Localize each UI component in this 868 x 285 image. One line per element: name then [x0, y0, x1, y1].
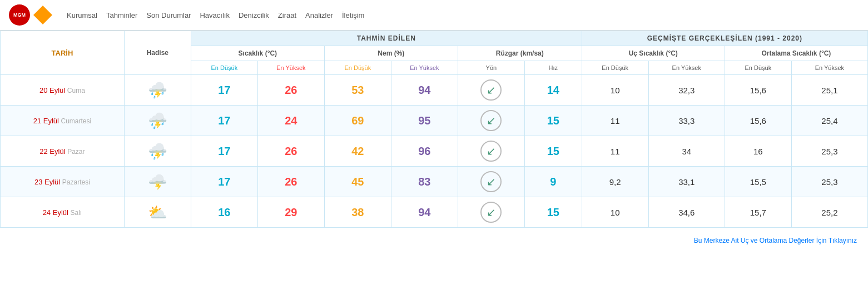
sic-high-cell: 26	[257, 136, 324, 167]
nem-low-cell: 45	[324, 167, 391, 197]
uc-low-cell: 10	[582, 75, 648, 106]
yon-cell: ↙	[458, 136, 524, 167]
nav-analizler[interactable]: Analizler	[305, 11, 333, 19]
uc-low-header: En Düşük	[582, 61, 648, 75]
nem-high-cell: 94	[391, 75, 458, 106]
sic-high-cell: 26	[257, 167, 324, 197]
ort-high-header: En Yüksek	[791, 61, 867, 75]
sic-low-cell: 17	[191, 167, 257, 197]
yon-cell: ↙	[458, 75, 524, 106]
ort-high-cell: 25,1	[791, 75, 867, 106]
uc-low-cell: 9,2	[582, 167, 648, 197]
uc-high-cell: 33,1	[648, 167, 725, 197]
hiz-cell: 15	[524, 106, 582, 136]
sic-low-cell: 17	[191, 136, 257, 167]
hiz-cell: 14	[524, 75, 582, 106]
table-row: 22 Eylül Pazar ⛈️ 17 26 42 96 ↙ 15 11 34…	[1, 136, 868, 167]
uc-low-cell: 10	[582, 197, 648, 228]
sic-low-cell: 16	[191, 197, 257, 228]
uc-low-cell: 11	[582, 106, 648, 136]
nem-low-cell: 69	[324, 106, 391, 136]
ort-sicaklik-header: Ortalama Sıcaklık (°C)	[725, 46, 867, 61]
hiz-cell: 15	[524, 197, 582, 228]
nav-havacilik[interactable]: Havacılık	[200, 11, 229, 19]
uc-high-cell: 34	[648, 136, 725, 167]
hadise-cell: ⛈️	[124, 136, 191, 167]
tahmin-section-header: TAHMİN EDİLEN	[191, 31, 582, 46]
nem-high-cell: 83	[391, 167, 458, 197]
nem-low-cell: 42	[324, 136, 391, 167]
yon-header: Yön	[458, 61, 524, 75]
uc-high-cell: 33,3	[648, 106, 725, 136]
uc-high-cell: 32,3	[648, 75, 725, 106]
hiz-cell: 15	[524, 136, 582, 167]
yon-cell: ↙	[458, 197, 524, 228]
hadise-cell: ⛈️	[124, 106, 191, 136]
sic-high-cell: 24	[257, 106, 324, 136]
nav-bar: MGM Kurumsal Tahminler Son Durumlar Hava…	[0, 0, 868, 31]
hadise-header: Hadise	[124, 31, 191, 75]
table-row: 24 Eylül Salı ⛅ 16 29 38 94 ↙ 15 10 34,6…	[1, 197, 868, 228]
table-row: 21 Eylül Cumartesi ⛈️ 17 24 69 95 ↙ 15 1…	[1, 106, 868, 136]
nem-high-cell: 95	[391, 106, 458, 136]
nem-high-cell: 94	[391, 197, 458, 228]
gecmis-section-header: GEÇMİŞTE GERÇEKLEŞİLEN (1991 - 2020)	[582, 31, 867, 46]
table-row: 20 Eylül Cuma ⛈️ 17 26 53 94 ↙ 14 10 32,…	[1, 75, 868, 106]
nem-high-header: En Yüksek	[391, 61, 458, 75]
nav-iletisim[interactable]: İletişim	[342, 11, 364, 19]
uc-high-cell: 34,6	[648, 197, 725, 228]
nem-header: Nem (%)	[324, 46, 458, 61]
ort-low-cell: 15,7	[725, 197, 791, 228]
logo-emblem: MGM	[9, 4, 30, 26]
forecast-table: TARİH Hadise TAHMİN EDİLEN GEÇMİŞTE GERÇ…	[0, 31, 868, 228]
yon-cell: ↙	[458, 106, 524, 136]
nem-high-cell: 96	[391, 136, 458, 167]
nem-low-cell: 53	[324, 75, 391, 106]
tarih-cell: 21 Eylül Cumartesi	[1, 106, 125, 136]
ort-low-cell: 15,6	[725, 106, 791, 136]
hadise-cell: 🌩️	[124, 167, 191, 197]
nav-tahminler[interactable]: Tahminler	[106, 11, 137, 19]
yon-cell: ↙	[458, 167, 524, 197]
nav-son-durumlar[interactable]: Son Durumlar	[146, 11, 191, 19]
uc-low-cell: 11	[582, 136, 648, 167]
ort-high-cell: 25,3	[791, 167, 867, 197]
ort-low-header: En Düşük	[725, 61, 791, 75]
sic-low-cell: 17	[191, 75, 257, 106]
ort-low-cell: 16	[725, 136, 791, 167]
tarih-cell: 20 Eylül Cuma	[1, 75, 125, 106]
hadise-cell: ⛈️	[124, 75, 191, 106]
sic-high-cell: 29	[257, 197, 324, 228]
table-row: 23 Eylül Pazartesi 🌩️ 17 26 45 83 ↙ 9 9,…	[1, 167, 868, 197]
hiz-cell: 9	[524, 167, 582, 197]
tarih-cell: 22 Eylül Pazar	[1, 136, 125, 167]
footer-link-area[interactable]: Bu Merkeze Ait Uç ve Ortalama Değerler İ…	[0, 233, 868, 248]
nav-denizcilik[interactable]: Denizcilik	[239, 11, 269, 19]
logo-area: MGM	[9, 4, 52, 26]
footer-link[interactable]: Bu Merkeze Ait Uç ve Ortalama Değerler İ…	[694, 237, 857, 244]
sic-high-cell: 26	[257, 75, 324, 106]
ruzgar-header: Rüzgar (km/sa)	[458, 46, 582, 61]
sicaklik-header: Sıcaklık (°C)	[191, 46, 324, 61]
hadise-cell: ⛅	[124, 197, 191, 228]
tarih-cell: 24 Eylül Salı	[1, 197, 125, 228]
sic-low-header: En Düşük	[191, 61, 257, 75]
ort-high-cell: 25,2	[791, 197, 867, 228]
nem-low-cell: 38	[324, 197, 391, 228]
logo-diamond	[33, 6, 52, 24]
ort-low-cell: 15,6	[725, 75, 791, 106]
uc-high-header: En Yüksek	[648, 61, 725, 75]
ort-low-cell: 15,5	[725, 167, 791, 197]
nem-low-header: En Düşük	[324, 61, 391, 75]
ort-high-cell: 25,4	[791, 106, 867, 136]
ort-high-cell: 25,3	[791, 136, 867, 167]
hiz-header: Hız	[524, 61, 582, 75]
nav-kurumsal[interactable]: Kurumsal	[67, 11, 97, 19]
sic-high-header: En Yüksek	[257, 61, 324, 75]
uc-sicaklik-header: Uç Sıcaklık (°C)	[582, 46, 725, 61]
sic-low-cell: 17	[191, 106, 257, 136]
tarih-cell: 23 Eylül Pazartesi	[1, 167, 125, 197]
nav-ziraat[interactable]: Ziraat	[278, 11, 296, 19]
tarih-header: TARİH	[1, 31, 125, 75]
